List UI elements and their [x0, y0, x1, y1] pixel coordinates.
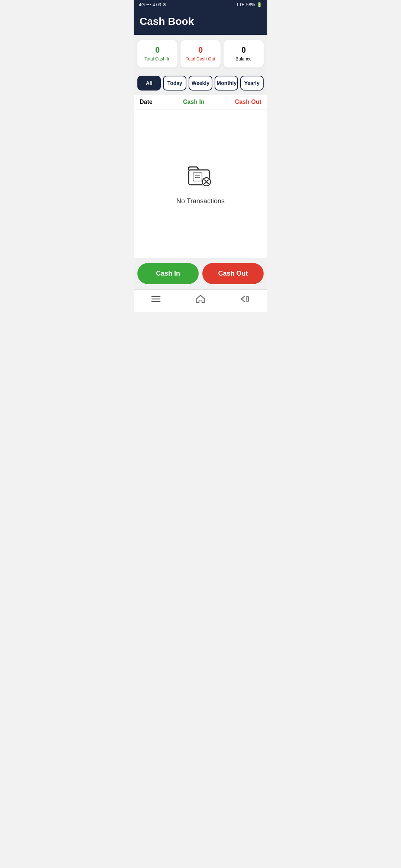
svg-rect-1: [193, 173, 202, 181]
total-cash-in-card: 0 Total Cash In: [137, 40, 177, 68]
no-transactions-icon: [186, 162, 215, 191]
total-cash-in-label: Total Cash In: [140, 56, 175, 62]
bottom-nav: [134, 289, 267, 312]
filter-tab-monthly[interactable]: Monthly: [215, 76, 238, 91]
total-cash-out-value: 0: [183, 45, 218, 55]
total-cash-in-value: 0: [140, 45, 175, 55]
column-date: Date: [140, 99, 153, 105]
menu-icon[interactable]: [151, 295, 161, 305]
balance-value: 0: [226, 45, 261, 55]
filter-tab-yearly[interactable]: Yearly: [240, 76, 264, 91]
filter-tab-all[interactable]: All: [137, 76, 161, 91]
balance-card: 0 Balance: [224, 40, 264, 68]
app-header: Cash Book: [134, 10, 267, 35]
bottom-buttons: Cash In Cash Out: [134, 258, 267, 289]
home-icon[interactable]: [196, 294, 205, 306]
status-right: LTE 58% 🔋: [237, 2, 262, 7]
cash-out-button[interactable]: Cash Out: [202, 263, 264, 284]
empty-state: No Transactions: [134, 109, 267, 258]
battery-percent: 58%: [246, 2, 255, 7]
battery-icon: 🔋: [257, 2, 262, 7]
filter-tab-today[interactable]: Today: [163, 76, 186, 91]
network-indicator: 4G: [139, 2, 145, 7]
column-cash-in: Cash In: [183, 99, 205, 105]
status-bar: 4G ••• 4:03 ✉ LTE 58% 🔋: [134, 0, 267, 10]
signal-icon: •••: [146, 2, 151, 7]
filter-tab-weekly[interactable]: Weekly: [189, 76, 212, 91]
no-transactions-text: No Transactions: [176, 197, 225, 205]
message-icon: ✉: [163, 2, 166, 7]
content-area: Date Cash In Cash Out No Transactions: [134, 95, 267, 258]
lte-label: LTE: [237, 2, 245, 7]
total-cash-out-label: Total Cash Out: [183, 56, 218, 62]
page-title: Cash Book: [140, 16, 261, 27]
filter-tabs: All Today Weekly Monthly Yearly: [134, 73, 267, 95]
table-header: Date Cash In Cash Out: [134, 95, 267, 109]
status-left: 4G ••• 4:03 ✉: [139, 2, 166, 7]
summary-cards: 0 Total Cash In 0 Total Cash Out 0 Balan…: [134, 35, 267, 73]
cash-in-button[interactable]: Cash In: [137, 263, 199, 284]
column-cash-out: Cash Out: [235, 99, 261, 105]
balance-label: Balance: [226, 56, 261, 62]
time: 4:03: [153, 2, 161, 7]
back-icon[interactable]: [240, 295, 250, 305]
total-cash-out-card: 0 Total Cash Out: [180, 40, 221, 68]
